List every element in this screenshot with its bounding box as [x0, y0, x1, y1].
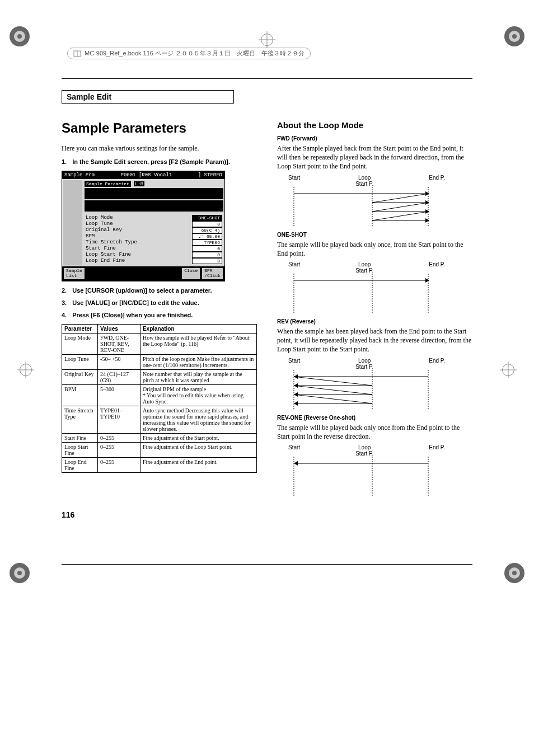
lcd-param-list: Loop ModeONE-SHOT Loop Tune0 Original Ke… — [85, 214, 223, 265]
th-parameter: Parameter — [62, 324, 98, 333]
section-title: Sample Edit — [67, 92, 111, 101]
step-3: 3.Use [VALUE] or [INC/DEC] to edit the v… — [62, 299, 257, 306]
step-2: 2.Use [CURSOR (up/down)] to select a par… — [62, 287, 257, 294]
lcd-panel-label: Sample Parameter — [85, 181, 131, 187]
mode-revone-desc: The sample will be played back only once… — [277, 423, 472, 441]
registration-target-icon — [6, 22, 34, 50]
svg-marker-12 — [425, 218, 429, 223]
svg-line-13 — [372, 194, 428, 203]
svg-line-33 — [294, 386, 372, 395]
svg-point-48 — [17, 571, 22, 575]
heading-loop-mode: About the Loop Mode — [277, 120, 472, 130]
table-row: Original Key24 (C1)–127 (G9)Note number … — [62, 369, 257, 384]
steps-list: 1.In the Sample Edit screen, press [F2 (… — [62, 158, 257, 165]
mode-fwd-title: FWD (Forward) — [277, 135, 472, 142]
lcd-title-left: Sample Prm — [64, 172, 95, 178]
heading-sample-parameters: Sample Parameters — [62, 120, 257, 136]
content-frame: Sample Edit Sample Parameters Here you c… — [62, 78, 472, 565]
table-row: Time Stretch TypeTYPE01–TYPE10Auto sync … — [62, 406, 257, 433]
diagram-fwd-svg — [288, 187, 434, 226]
diagram-fwd: Start Loop Start P. End P. — [288, 175, 445, 226]
mode-rev-desc: When the sample has been played back fro… — [277, 327, 472, 354]
mode-fwd-desc: After the Sample played back from the St… — [277, 144, 472, 171]
svg-marker-31 — [294, 401, 298, 406]
mode-rev-title: REV (Reverse) — [277, 318, 472, 325]
svg-line-15 — [372, 212, 428, 220]
table-row: Loop Start Fine0–255Fine adjustment of t… — [62, 442, 257, 457]
svg-marker-20 — [425, 278, 429, 283]
diagram-oneshot-svg — [288, 274, 434, 313]
registration-target-icon — [500, 22, 528, 50]
file-info-text: MC-909_Ref_e.book 116 ページ ２００５年３月１日 火曜日 … — [85, 49, 305, 58]
lcd-screenshot: Sample Prm P0001 [R08 Vocal1 ] STEREO Sa… — [62, 171, 225, 281]
svg-line-14 — [372, 203, 428, 212]
crop-mark-icon — [261, 34, 273, 46]
table-row: Loop End Fine0–255Fine adjustment of the… — [62, 457, 257, 472]
svg-marker-39 — [294, 461, 298, 466]
diagram-revone: Start Loop Start P. End P. — [288, 444, 445, 496]
lcd-btn-bpm-click: BPM /Click — [202, 267, 223, 280]
lcd-lr-label: L:R — [134, 181, 144, 186]
table-row: BPM5–300Original BPM of the sample * You… — [62, 384, 257, 406]
registration-target-icon — [500, 559, 528, 587]
parameter-table: Parameter Values Explanation Loop ModeFW… — [62, 324, 257, 473]
lcd-title-bar: Sample Prm P0001 [R08 Vocal1 ] STEREO — [62, 171, 224, 179]
table-row: Loop ModeFWD, ONE-SHOT, REV, REV-ONEHow … — [62, 333, 257, 354]
table-row: Start Fine0–255Fine adjustment of the St… — [62, 433, 257, 442]
registration-target-icon — [6, 559, 34, 587]
svg-line-34 — [294, 395, 372, 403]
crop-mark-icon — [502, 364, 514, 376]
diagram-rev: Start Loop Start P. End P. — [288, 358, 445, 409]
svg-point-51 — [512, 571, 517, 575]
section-title-box: Sample Edit — [62, 90, 234, 104]
left-column: Sample Parameters Here you can make vari… — [62, 120, 257, 501]
diagram-oneshot: Start Loop Start P. End P. — [288, 261, 445, 313]
right-column: About the Loop Mode FWD (Forward) After … — [277, 120, 472, 501]
table-row: Loop Tune-50– +50Pitch of the loop regio… — [62, 354, 257, 369]
svg-point-45 — [512, 34, 517, 39]
lcd-title-right: ] STEREO — [198, 172, 222, 178]
step-4: 4.Press [F6 (Close)] when you are finish… — [62, 312, 257, 318]
lcd-bottom-bar: Sample List Close BPM /Click — [62, 266, 224, 281]
th-values: Values — [98, 324, 140, 333]
mode-oneshot-title: ONE-SHOT — [277, 232, 472, 238]
steps-list-cont: 2.Use [CURSOR (up/down)] to select a par… — [62, 287, 257, 318]
lcd-sidebar — [63, 180, 82, 265]
page: MC-909_Ref_e.book 116 ページ ２００５年３月１日 火曜日 … — [0, 0, 534, 609]
mode-oneshot-desc: The sample will be played back only once… — [277, 240, 472, 258]
page-number: 116 — [62, 510, 472, 519]
lcd-btn-close: Close — [181, 267, 200, 280]
diagram-rev-svg — [288, 370, 434, 409]
book-icon — [73, 50, 81, 58]
intro-text: Here you can make various settings for t… — [62, 144, 257, 153]
lcd-waveform-left — [85, 188, 223, 199]
crop-mark-icon — [20, 364, 32, 376]
lcd-btn-sample-list: Sample List — [63, 267, 85, 280]
lcd-waveform-right — [85, 200, 223, 212]
lcd-title-mid: P0001 [R08 Vocal1 — [120, 172, 172, 178]
th-explanation: Explanation — [140, 324, 256, 333]
header-file-info: MC-909_Ref_e.book 116 ページ ２００５年３月１日 火曜日 … — [67, 48, 311, 59]
step-1: 1.In the Sample Edit screen, press [F2 (… — [62, 158, 257, 165]
diagram-revone-svg — [288, 457, 434, 496]
mode-revone-title: REV-ONE (Reverse One-shot) — [277, 415, 472, 421]
svg-line-32 — [294, 377, 372, 386]
svg-point-42 — [17, 34, 22, 39]
